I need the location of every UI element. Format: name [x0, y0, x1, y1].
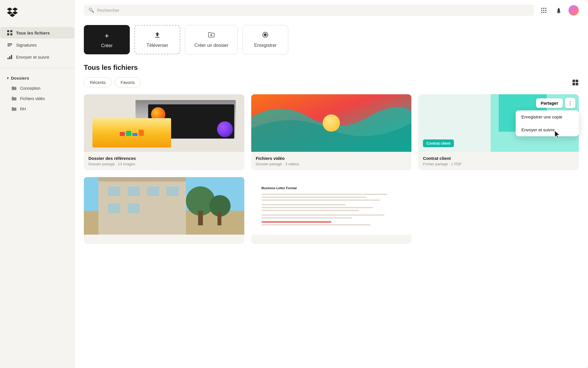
svg-rect-42: [218, 212, 222, 225]
filter-tab-favoris[interactable]: Favoris: [115, 77, 141, 87]
main-content: 🔍 Rechercher: [75, 0, 588, 368]
file-info: [251, 235, 412, 244]
upload-icon: [154, 31, 161, 40]
svg-rect-0: [7, 30, 9, 32]
dossiers-section-header[interactable]: ▾ Dossiers: [0, 73, 74, 83]
file-meta: Dossier partagé · 13 images: [88, 162, 240, 166]
folder-label: Conception: [20, 86, 40, 91]
save-button[interactable]: Enregistrer: [242, 25, 288, 54]
svg-rect-38: [127, 204, 140, 213]
svg-rect-34: [127, 186, 140, 196]
file-card-fichiers-video[interactable]: Fichiers vidéo Dossier partagé · 3 vidéo…: [251, 94, 412, 170]
view-toggle-button[interactable]: [572, 79, 579, 86]
file-name: Fichiers vidéo: [256, 156, 407, 161]
upload-label: Téléverser: [146, 43, 168, 48]
dropdown-item-send-track[interactable]: Envoyer et suivre: [516, 123, 579, 136]
file-info: Dossier des références Dossier partagé ·…: [84, 152, 244, 170]
svg-point-17: [543, 12, 544, 13]
svg-point-10: [541, 8, 542, 9]
save-label: Enregistrer: [254, 43, 276, 48]
sidebar-item-label: Signatures: [16, 43, 37, 47]
action-buttons-row: + Créer Téléverser: [84, 25, 579, 54]
create-folder-button[interactable]: Créer un dossier: [185, 25, 238, 54]
notifications-button[interactable]: [554, 5, 564, 16]
svg-point-13: [541, 10, 542, 11]
topbar: 🔍 Rechercher: [75, 0, 588, 20]
svg-rect-20: [155, 37, 160, 38]
svg-point-16: [541, 12, 542, 13]
sidebar-navigation: Tous les fichiers Signatures Envoyer: [0, 27, 74, 114]
filter-tab-recents[interactable]: Récents: [84, 77, 112, 87]
folder-icon: [11, 86, 17, 91]
svg-rect-36: [167, 186, 179, 196]
svg-point-18: [545, 12, 546, 13]
doc-title: Business Letter Format: [262, 186, 401, 190]
dropbox-logo-icon: [7, 7, 18, 18]
sidebar: Tous les fichiers Signatures Envoyer: [0, 0, 75, 368]
sidebar-item-signatures[interactable]: Signatures: [0, 39, 74, 51]
file-card-dossier-references[interactable]: Dossier des références Dossier partagé ·…: [84, 94, 244, 170]
record-icon: [262, 31, 269, 40]
file-card-building[interactable]: [84, 177, 244, 244]
file-thumbnail: [251, 94, 412, 152]
svg-rect-4: [7, 43, 12, 44]
svg-rect-24: [576, 80, 578, 82]
share-button[interactable]: Partager: [536, 98, 563, 108]
create-label: Créer: [101, 43, 113, 48]
sidebar-item-send-track[interactable]: Envoyer et suivre: [0, 51, 74, 63]
upload-button[interactable]: Téléverser: [134, 25, 180, 54]
file-card-actions: Partager ⋮: [536, 98, 575, 108]
search-bar[interactable]: 🔍 Rechercher: [84, 5, 534, 16]
doc-content: Business Letter Format: [256, 182, 407, 230]
sidebar-divider: [0, 68, 74, 68]
cursor-icon: [554, 130, 562, 140]
plus-icon: +: [105, 31, 109, 40]
svg-rect-1: [10, 30, 12, 32]
svg-point-14: [543, 10, 544, 11]
more-options-button[interactable]: ⋮: [565, 98, 575, 108]
filter-tabs: Récents Favoris: [84, 77, 141, 87]
search-placeholder: Rechercher: [97, 8, 119, 13]
file-info: [84, 235, 244, 244]
topbar-actions: [539, 5, 579, 16]
create-button[interactable]: + Créer: [84, 25, 130, 54]
svg-rect-35: [147, 186, 159, 196]
chevron-down-icon: ▾: [7, 76, 9, 80]
file-meta: Dossier partagé · 3 vidéos: [256, 162, 407, 166]
folder-label: Fichiers vidéo: [20, 96, 45, 101]
signatures-icon: [7, 42, 13, 48]
section-title: Tous les fichiers: [84, 64, 579, 72]
folder-icon: [11, 106, 17, 112]
file-thumbnail: [84, 177, 244, 235]
svg-rect-3: [10, 33, 12, 35]
dropdown-item-save-copy[interactable]: Enregistrer une copie: [516, 110, 579, 123]
svg-rect-40: [198, 211, 203, 225]
file-thumbnail: Business Letter Format: [251, 177, 412, 235]
apps-grid-button[interactable]: [539, 5, 549, 16]
svg-rect-8: [9, 56, 10, 59]
svg-point-11: [543, 8, 544, 9]
sun-orb: [323, 114, 340, 132]
svg-rect-2: [7, 33, 9, 35]
sidebar-item-fichiers-video[interactable]: Fichiers vidéo: [0, 94, 74, 103]
thumb-blocks-image: [92, 118, 171, 147]
logo-container: [0, 7, 74, 27]
sidebar-item-all-files[interactable]: Tous les fichiers: [0, 27, 74, 39]
file-info: Contrat client Fichier partagé · 1 PDF: [418, 152, 579, 170]
svg-point-19: [558, 13, 559, 14]
sidebar-item-conception[interactable]: Conception: [0, 83, 74, 93]
files-grid: Dossier des références Dossier partagé ·…: [84, 94, 579, 244]
sidebar-item-rh[interactable]: RH: [0, 104, 74, 114]
user-avatar[interactable]: [568, 5, 579, 16]
contrat-badge: Contrat client: [423, 139, 454, 147]
file-card-document[interactable]: Business Letter Format: [251, 177, 412, 244]
svg-rect-7: [7, 58, 9, 59]
svg-rect-23: [572, 80, 575, 82]
svg-point-15: [545, 10, 546, 11]
svg-rect-32: [98, 177, 186, 181]
file-card-contrat-client[interactable]: Partager ⋮ Enregistrer une copie Envoyer…: [418, 94, 579, 170]
dossiers-label: Dossiers: [11, 76, 29, 80]
sidebar-item-label: Envoyer et suivre: [16, 55, 49, 60]
svg-rect-33: [108, 186, 120, 196]
context-dropdown-menu: Enregistrer une copie Envoyer et suivre: [516, 110, 579, 136]
